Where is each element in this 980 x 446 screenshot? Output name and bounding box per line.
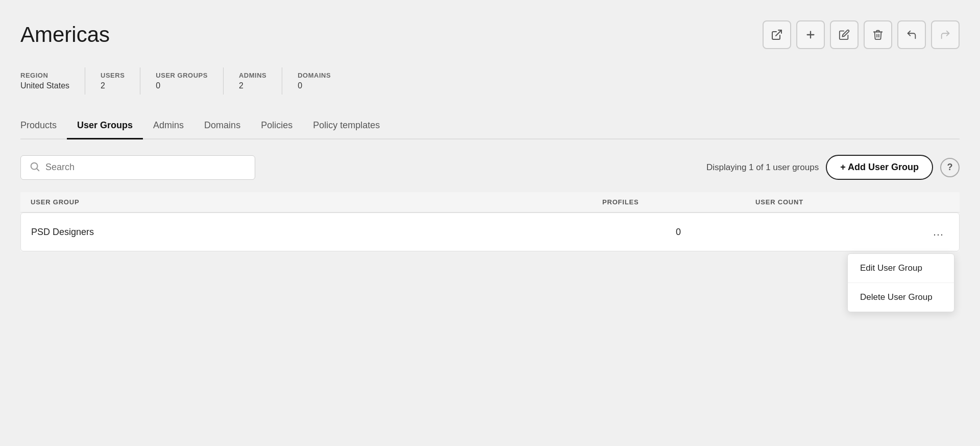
- tab-domains[interactable]: Domains: [194, 113, 251, 139]
- tab-admins[interactable]: Admins: [143, 113, 194, 139]
- dropdown-menu: Edit User Group Delete User Group: [847, 253, 954, 312]
- page-title: Americas: [20, 22, 110, 47]
- col-actions: [909, 198, 949, 206]
- stat-region-value: United States: [20, 81, 69, 90]
- dropdown-edit-user-group[interactable]: Edit User Group: [848, 254, 954, 283]
- stat-domains-label: DOMAINS: [298, 72, 331, 79]
- stat-admins-label: ADMINS: [239, 72, 266, 79]
- search-input[interactable]: [45, 162, 247, 173]
- stat-domains: DOMAINS 0: [298, 67, 346, 95]
- tabs-row: Products User Groups Admins Domains Poli…: [20, 113, 960, 139]
- stat-domains-value: 0: [298, 81, 331, 90]
- external-link-button[interactable]: [763, 20, 791, 49]
- tab-products[interactable]: Products: [20, 113, 67, 139]
- col-profiles: PROFILES: [602, 198, 755, 206]
- stat-region: REGION United States: [20, 67, 85, 95]
- search-icon: [29, 161, 40, 174]
- col-user-count: USER COUNT: [755, 198, 909, 206]
- table-header: USER GROUP PROFILES USER COUNT: [20, 192, 960, 213]
- add-user-group-button[interactable]: + Add User Group: [826, 155, 933, 180]
- stat-users-value: 2: [101, 81, 125, 90]
- header-row: Americas: [20, 20, 960, 49]
- table-container: USER GROUP PROFILES USER COUNT PSD Desig…: [20, 192, 960, 251]
- add-button[interactable]: [796, 20, 825, 49]
- stat-user-groups-value: 0: [156, 81, 208, 90]
- stat-user-groups-label: USER GROUPS: [156, 72, 208, 79]
- tab-user-groups[interactable]: User Groups: [67, 113, 143, 139]
- toolbar: [763, 20, 960, 49]
- search-box: [20, 155, 255, 180]
- undo-button[interactable]: [897, 20, 926, 49]
- table-row: PSD Designers 0 …: [20, 213, 960, 251]
- displaying-text: Displaying 1 of 1 user groups: [706, 162, 819, 173]
- controls-row: Displaying 1 of 1 user groups + Add User…: [20, 155, 960, 180]
- stats-row: REGION United States USERS 2 USER GROUPS…: [20, 67, 960, 95]
- redo-button[interactable]: [931, 20, 960, 49]
- stat-admins-value: 2: [239, 81, 266, 90]
- cell-user-group-name: PSD Designers: [31, 227, 602, 238]
- table-row-wrapper: PSD Designers 0 … Edit User Group Delete…: [20, 213, 960, 251]
- main-container: Americas: [0, 0, 980, 446]
- stat-region-label: REGION: [20, 72, 69, 79]
- tab-policies[interactable]: Policies: [251, 113, 303, 139]
- stat-admins: ADMINS 2: [239, 67, 282, 95]
- col-user-group: USER GROUP: [31, 198, 602, 206]
- svg-line-0: [776, 30, 781, 36]
- stat-user-groups: USER GROUPS 0: [156, 67, 224, 95]
- tab-policy-templates[interactable]: Policy templates: [303, 113, 390, 139]
- right-controls: Displaying 1 of 1 user groups + Add User…: [706, 155, 960, 180]
- cell-profiles: 0: [602, 227, 755, 238]
- more-options-button[interactable]: …: [928, 223, 949, 241]
- stat-users: USERS 2: [101, 67, 140, 95]
- dropdown-delete-user-group[interactable]: Delete User Group: [848, 283, 954, 312]
- svg-line-4: [37, 169, 39, 171]
- stat-users-label: USERS: [101, 72, 125, 79]
- help-button[interactable]: ?: [940, 158, 960, 177]
- delete-button[interactable]: [864, 20, 892, 49]
- edit-button[interactable]: [830, 20, 859, 49]
